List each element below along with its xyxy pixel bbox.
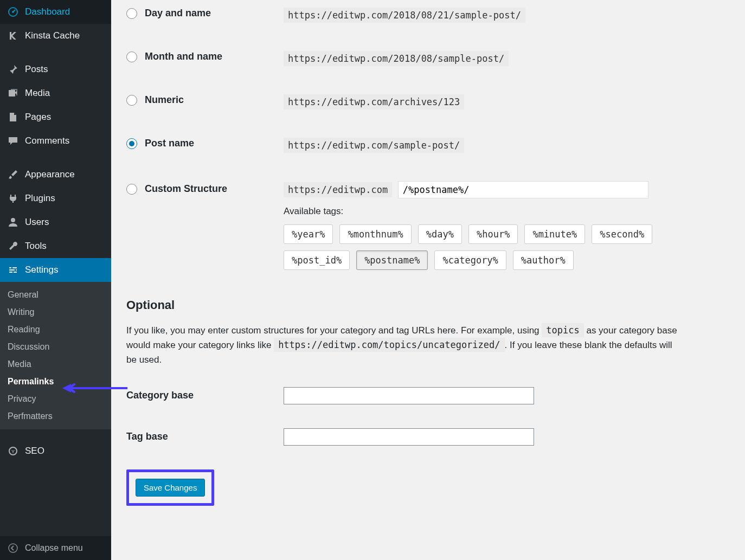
svg-point-3 bbox=[11, 218, 15, 222]
category-base-label: Category base bbox=[126, 390, 284, 401]
sidebar-item-media[interactable]: Media bbox=[0, 81, 111, 105]
sidebar-item-label: Plugins bbox=[25, 193, 55, 204]
main-content: Day and name https://editwp.com/2018/08/… bbox=[111, 0, 708, 560]
tag-category[interactable]: %category% bbox=[434, 250, 506, 270]
permalink-option-post-name: Post name https://editwp.com/sample-post… bbox=[126, 138, 692, 153]
sidebar-item-label: Media bbox=[25, 88, 50, 99]
submenu-item-general[interactable]: General bbox=[0, 286, 111, 304]
permalink-option-month-name: Month and name https://editwp.com/2018/0… bbox=[126, 51, 692, 66]
available-tags-label: Available tags: bbox=[284, 206, 652, 217]
tag-second[interactable]: %second% bbox=[592, 224, 652, 244]
radio-label[interactable]: Custom Structure bbox=[145, 183, 227, 195]
radio-day-name[interactable] bbox=[126, 8, 137, 19]
sidebar-item-label: SEO bbox=[25, 446, 44, 456]
radio-month-name[interactable] bbox=[126, 52, 137, 62]
pin-icon bbox=[7, 63, 20, 76]
sidebar-item-dashboard[interactable]: Dashboard bbox=[0, 0, 111, 24]
collapse-menu-button[interactable]: Collapse menu bbox=[0, 536, 111, 560]
user-icon bbox=[7, 216, 20, 229]
sidebar-item-users[interactable]: Users bbox=[0, 210, 111, 234]
tag-base-label: Tag base bbox=[126, 431, 284, 442]
tag-base-row: Tag base bbox=[126, 428, 692, 446]
submenu-item-privacy[interactable]: Privacy bbox=[0, 390, 111, 408]
collapse-icon bbox=[7, 542, 20, 555]
page-icon bbox=[7, 111, 20, 124]
permalink-option-day-name: Day and name https://editwp.com/2018/08/… bbox=[126, 8, 692, 23]
seo-icon: Y bbox=[7, 445, 20, 458]
custom-base-url: https://editwp.com bbox=[284, 182, 392, 197]
tag-minute[interactable]: %minute% bbox=[524, 224, 585, 244]
svg-point-7 bbox=[9, 544, 17, 552]
submenu-item-reading[interactable]: Reading bbox=[0, 321, 111, 338]
code-topics: topics bbox=[542, 323, 583, 337]
sidebar-item-seo[interactable]: Y SEO bbox=[0, 439, 111, 463]
comment-icon bbox=[7, 134, 20, 147]
tag-base-input[interactable] bbox=[284, 428, 534, 446]
sidebar-item-tools[interactable]: Tools bbox=[0, 234, 111, 258]
svg-text:Y: Y bbox=[11, 449, 15, 454]
sidebar-item-label: Tools bbox=[25, 241, 47, 252]
radio-numeric[interactable] bbox=[126, 95, 137, 106]
save-highlight-box: Save Changes bbox=[126, 469, 214, 506]
sidebar-item-appearance[interactable]: Appearance bbox=[0, 163, 111, 186]
sidebar-item-pages[interactable]: Pages bbox=[0, 105, 111, 129]
radio-label[interactable]: Post name bbox=[145, 138, 194, 149]
category-base-row: Category base bbox=[126, 387, 692, 404]
sidebar-item-label: Pages bbox=[25, 112, 51, 123]
sidebar-item-label: Comments bbox=[25, 136, 69, 146]
radio-label[interactable]: Numeric bbox=[145, 94, 184, 106]
brush-icon bbox=[7, 168, 20, 181]
admin-sidebar: Dashboard Kinsta Cache Posts Media Pages… bbox=[0, 0, 111, 560]
radio-label[interactable]: Month and name bbox=[145, 51, 222, 62]
optional-description: If you like, you may enter custom struct… bbox=[126, 323, 679, 368]
tag-author[interactable]: %author% bbox=[513, 250, 574, 270]
submenu-item-discussion[interactable]: Discussion bbox=[0, 338, 111, 356]
radio-post-name[interactable] bbox=[126, 138, 137, 149]
tag-monthnum[interactable]: %monthnum% bbox=[339, 224, 411, 244]
radio-custom-structure[interactable] bbox=[126, 184, 137, 195]
url-sample: https://editwp.com/sample-post/ bbox=[284, 138, 464, 153]
kinsta-icon bbox=[7, 29, 20, 42]
sidebar-item-settings[interactable]: Settings bbox=[0, 258, 111, 282]
wrench-icon bbox=[7, 240, 20, 253]
submenu-item-media[interactable]: Media bbox=[0, 356, 111, 373]
radio-label[interactable]: Day and name bbox=[145, 8, 211, 19]
sidebar-item-kinsta-cache[interactable]: Kinsta Cache bbox=[0, 24, 111, 48]
submenu-item-permalinks[interactable]: Permalinks bbox=[0, 373, 111, 390]
svg-point-1 bbox=[12, 11, 14, 13]
sidebar-item-label: Appearance bbox=[25, 169, 75, 180]
custom-structure-input[interactable] bbox=[398, 181, 648, 198]
sliders-icon bbox=[7, 263, 20, 276]
url-sample: https://editwp.com/archives/123 bbox=[284, 94, 464, 110]
url-sample: https://editwp.com/2018/08/sample-post/ bbox=[284, 51, 509, 66]
sidebar-item-label: Posts bbox=[25, 64, 48, 75]
settings-submenu: General Writing Reading Discussion Media… bbox=[0, 282, 111, 429]
media-icon bbox=[7, 87, 20, 100]
submenu-item-perfmatters[interactable]: Perfmatters bbox=[0, 408, 111, 425]
category-base-input[interactable] bbox=[284, 387, 534, 404]
tag-row-2: %post_id% %postname% %category% %author% bbox=[284, 250, 652, 270]
sidebar-item-label: Users bbox=[25, 217, 49, 228]
sidebar-item-label: Settings bbox=[25, 265, 58, 275]
sidebar-item-label: Dashboard bbox=[25, 7, 70, 17]
sidebar-item-comments[interactable]: Comments bbox=[0, 129, 111, 153]
tag-row-1: %year% %monthnum% %day% %hour% %minute% … bbox=[284, 224, 652, 244]
save-changes-button[interactable]: Save Changes bbox=[136, 479, 205, 497]
url-sample: https://editwp.com/2018/08/21/sample-pos… bbox=[284, 8, 525, 23]
svg-rect-2 bbox=[9, 90, 15, 96]
sidebar-item-posts[interactable]: Posts bbox=[0, 57, 111, 81]
permalink-option-custom: Custom Structure https://editwp.com Avai… bbox=[126, 181, 692, 276]
optional-heading: Optional bbox=[126, 298, 692, 312]
sidebar-item-label: Kinsta Cache bbox=[25, 30, 80, 41]
tag-year[interactable]: %year% bbox=[284, 224, 333, 244]
tag-post-id[interactable]: %post_id% bbox=[284, 250, 350, 270]
tag-day[interactable]: %day% bbox=[418, 224, 462, 244]
tag-postname[interactable]: %postname% bbox=[356, 250, 428, 270]
dashboard-icon bbox=[7, 5, 20, 18]
submenu-item-writing[interactable]: Writing bbox=[0, 304, 111, 321]
plug-icon bbox=[7, 192, 20, 205]
tag-hour[interactable]: %hour% bbox=[468, 224, 518, 244]
permalink-option-numeric: Numeric https://editwp.com/archives/123 bbox=[126, 94, 692, 110]
sidebar-item-plugins[interactable]: Plugins bbox=[0, 186, 111, 210]
code-sample-url: https://editwp.com/topics/uncategorized/ bbox=[274, 338, 504, 352]
